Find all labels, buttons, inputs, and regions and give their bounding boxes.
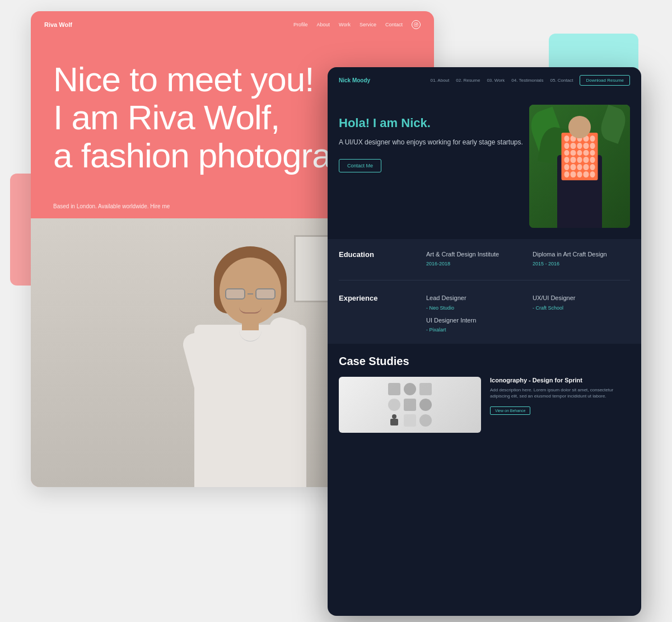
dark-hero-description: A UI/UX designer who enjoys working for … bbox=[339, 137, 524, 148]
thumb-icon-3 bbox=[419, 383, 432, 395]
dark-hero-text: Hola! I am Nick. A UI/UX designer who en… bbox=[339, 105, 524, 228]
resume-divider bbox=[339, 280, 630, 280]
pink-nav-service[interactable]: Service bbox=[360, 22, 376, 27]
thumb-icon-9 bbox=[419, 414, 432, 427]
experience-label: Experience bbox=[339, 294, 417, 333]
experience-item-1: Lead Designer - Neo Studio UI Designer I… bbox=[426, 294, 524, 333]
exp-company-1: - Neo Studio bbox=[426, 305, 524, 311]
dark-person-head bbox=[568, 116, 591, 138]
education-label: Education bbox=[339, 250, 417, 266]
thumb-icon-2 bbox=[404, 383, 416, 395]
resume-section: Education Art & Craft Design Institute 2… bbox=[328, 239, 641, 344]
dark-nav-testimonials[interactable]: 04. Testimonials bbox=[511, 78, 543, 83]
pink-nav-contact[interactable]: Contact bbox=[385, 22, 403, 27]
case-studies-title: Case Studies bbox=[339, 355, 630, 368]
dark-nav-links: 01. About 02. Resume 03. Work 04. Testim… bbox=[430, 75, 630, 86]
thumb-icon-8 bbox=[404, 414, 416, 427]
pink-nav: Riva Wolf Profile About Work Service Con… bbox=[31, 11, 434, 38]
edu-date-2: 2015 - 2016 bbox=[533, 261, 630, 266]
dark-nav-about[interactable]: 01. About bbox=[430, 78, 449, 83]
svg-rect-0 bbox=[414, 23, 418, 27]
case-study-thumbnail bbox=[339, 377, 481, 433]
thumb-icon-1 bbox=[388, 383, 400, 395]
thumb-icon-4 bbox=[388, 399, 400, 411]
pink-nav-profile[interactable]: Profile bbox=[293, 22, 308, 27]
thumb-bg bbox=[339, 377, 481, 433]
smile bbox=[239, 307, 262, 314]
orange-poster bbox=[562, 133, 598, 180]
dark-nav: Nick Moody 01. About 02. Resume 03. Work… bbox=[328, 67, 641, 93]
pink-hero-line2: I am Riva Wolf, bbox=[53, 98, 279, 137]
dark-hero: Hola! I am Nick. A UI/UX designer who en… bbox=[328, 93, 641, 228]
edu-title-1: Art & Craft Design Institute bbox=[426, 250, 524, 259]
case-study-grid: Iconography - Design for Sprint Add desc… bbox=[339, 377, 630, 433]
dark-site-card: Nick Moody 01. About 02. Resume 03. Work… bbox=[328, 67, 641, 616]
pink-nav-work[interactable]: Work bbox=[339, 22, 351, 27]
svg-point-2 bbox=[417, 24, 418, 24]
experience-item-3: UI Designer Intern - Pixalart bbox=[426, 316, 524, 333]
necklace bbox=[239, 330, 262, 342]
svg-point-1 bbox=[416, 24, 417, 26]
dark-nav-resume[interactable]: 02. Resume bbox=[456, 78, 480, 83]
view-on-behance-btn[interactable]: View on Behance bbox=[490, 406, 530, 415]
case-study-item-title: Iconography - Design for Sprint bbox=[490, 377, 630, 384]
experience-item-2: UX/UI Designer - Craft School bbox=[533, 294, 630, 333]
exp-title-3: UI Designer Intern bbox=[426, 316, 524, 325]
exp-company-2: - Craft School bbox=[533, 305, 630, 311]
woman-figure bbox=[161, 230, 340, 487]
exp-title-1: Lead Designer bbox=[426, 294, 524, 302]
dark-logo: Nick Moody bbox=[339, 77, 370, 83]
edu-title-2: Diploma in Art Craft Design bbox=[533, 250, 630, 259]
instagram-icon[interactable] bbox=[412, 20, 421, 29]
thumb-icons-grid bbox=[382, 377, 437, 432]
face bbox=[220, 258, 281, 325]
person-body bbox=[546, 121, 613, 228]
contact-me-btn[interactable]: Contact Me bbox=[339, 159, 381, 172]
pink-nav-links: Profile About Work Service Contact bbox=[293, 20, 421, 29]
resume-grid: Education Art & Craft Design Institute 2… bbox=[339, 250, 630, 333]
thumb-icon-5 bbox=[404, 399, 416, 411]
green-bg bbox=[529, 105, 630, 228]
case-studies-section: Case Studies bbox=[328, 344, 641, 444]
glasses bbox=[225, 288, 276, 300]
person-icon bbox=[388, 414, 400, 427]
pink-nav-about[interactable]: About bbox=[317, 22, 330, 27]
shirt bbox=[194, 325, 306, 487]
education-item-2: Diploma in Art Craft Design 2015 - 2016 bbox=[533, 250, 630, 266]
dark-hero-photo bbox=[529, 105, 630, 228]
education-item-1: Art & Craft Design Institute 2016-2018 bbox=[426, 250, 524, 266]
case-study-desc: Add description here. Lorem ipsum dolor … bbox=[490, 387, 630, 399]
dark-hero-heading: Hola! I am Nick. bbox=[339, 116, 524, 130]
dark-nav-work[interactable]: 03. Work bbox=[487, 78, 505, 83]
edu-date-1: 2016-2018 bbox=[426, 261, 524, 266]
main-container: Riva Wolf Profile About Work Service Con… bbox=[31, 11, 641, 611]
case-study-info: Iconography - Design for Sprint Add desc… bbox=[488, 377, 630, 433]
dark-nav-contact[interactable]: 05. Contact bbox=[550, 78, 573, 83]
exp-title-2: UX/UI Designer bbox=[533, 294, 630, 302]
pink-logo: Riva Wolf bbox=[44, 21, 72, 28]
download-resume-btn[interactable]: Download Resume bbox=[580, 75, 630, 86]
thumb-icon-6 bbox=[419, 399, 432, 411]
exp-company-3: - Pixalart bbox=[426, 327, 524, 333]
pink-hero-line1: Nice to meet you! bbox=[53, 60, 314, 99]
